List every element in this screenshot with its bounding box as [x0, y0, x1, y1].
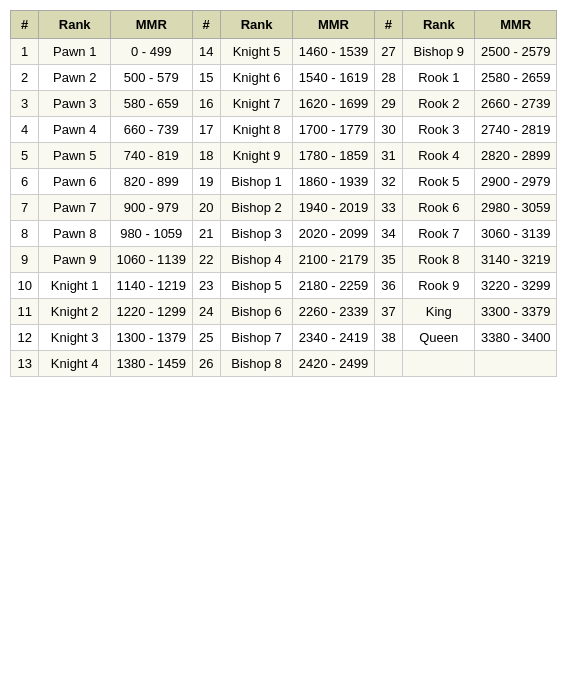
table-cell: 33 — [374, 195, 402, 221]
table-cell: Pawn 3 — [39, 91, 111, 117]
table-cell: 1220 - 1299 — [111, 299, 193, 325]
table-cell: 3380 - 3400 — [475, 325, 557, 351]
table-cell: 1300 - 1379 — [111, 325, 193, 351]
table-cell: Rook 4 — [403, 143, 475, 169]
table-cell: Pawn 8 — [39, 221, 111, 247]
table-cell: 1940 - 2019 — [293, 195, 375, 221]
table-cell: Bishop 3 — [220, 221, 292, 247]
table-row: 3Pawn 3580 - 65916Knight 71620 - 169929R… — [11, 91, 557, 117]
table-cell — [403, 351, 475, 377]
table-cell — [475, 351, 557, 377]
table-cell: Pawn 4 — [39, 117, 111, 143]
table-cell: 12 — [11, 325, 39, 351]
table-cell: Bishop 4 — [220, 247, 292, 273]
table-cell: 14 — [192, 39, 220, 65]
table-cell: 2 — [11, 65, 39, 91]
table-row: 7Pawn 7900 - 97920Bishop 21940 - 201933R… — [11, 195, 557, 221]
table-cell: 25 — [192, 325, 220, 351]
table-row: 1Pawn 10 - 49914Knight 51460 - 153927Bis… — [11, 39, 557, 65]
table-cell: 27 — [374, 39, 402, 65]
table-cell: 2420 - 2499 — [293, 351, 375, 377]
table-cell: 19 — [192, 169, 220, 195]
table-row: 9Pawn 91060 - 113922Bishop 42100 - 21793… — [11, 247, 557, 273]
table-cell: 0 - 499 — [111, 39, 193, 65]
table-cell: Knight 8 — [220, 117, 292, 143]
table-cell: 2340 - 2419 — [293, 325, 375, 351]
table-cell: 37 — [374, 299, 402, 325]
table-cell: Pawn 9 — [39, 247, 111, 273]
table-cell: 8 — [11, 221, 39, 247]
table-cell: 17 — [192, 117, 220, 143]
table-cell: 1540 - 1619 — [293, 65, 375, 91]
table-cell: 3300 - 3379 — [475, 299, 557, 325]
table-cell: 6 — [11, 169, 39, 195]
table-cell: 29 — [374, 91, 402, 117]
table-cell: 21 — [192, 221, 220, 247]
table-cell: 4 — [11, 117, 39, 143]
table-cell: Pawn 2 — [39, 65, 111, 91]
table-cell: 22 — [192, 247, 220, 273]
table-cell: Bishop 1 — [220, 169, 292, 195]
col-header-1: Rank — [39, 11, 111, 39]
table-cell: Rook 9 — [403, 273, 475, 299]
table-row: 5Pawn 5740 - 81918Knight 91780 - 185931R… — [11, 143, 557, 169]
table-row: 10Knight 11140 - 121923Bishop 52180 - 22… — [11, 273, 557, 299]
table-cell: 5 — [11, 143, 39, 169]
table-row: 6Pawn 6820 - 89919Bishop 11860 - 193932R… — [11, 169, 557, 195]
table-cell: Rook 1 — [403, 65, 475, 91]
table-cell: 3140 - 3219 — [475, 247, 557, 273]
table-row: 13Knight 41380 - 145926Bishop 82420 - 24… — [11, 351, 557, 377]
table-cell: Bishop 8 — [220, 351, 292, 377]
table-cell: Knight 7 — [220, 91, 292, 117]
table-cell: Pawn 7 — [39, 195, 111, 221]
col-header-6: # — [374, 11, 402, 39]
table-cell: 1060 - 1139 — [111, 247, 193, 273]
table-cell: 2180 - 2259 — [293, 273, 375, 299]
table-cell: 2500 - 2579 — [475, 39, 557, 65]
table-cell: 500 - 579 — [111, 65, 193, 91]
table-cell: Knight 4 — [39, 351, 111, 377]
table-cell: 1 — [11, 39, 39, 65]
table-cell: 1140 - 1219 — [111, 273, 193, 299]
col-header-0: # — [11, 11, 39, 39]
table-cell: 13 — [11, 351, 39, 377]
col-header-2: MMR — [111, 11, 193, 39]
table-row: 2Pawn 2500 - 57915Knight 61540 - 161928R… — [11, 65, 557, 91]
table-cell: 3060 - 3139 — [475, 221, 557, 247]
table-cell: 980 - 1059 — [111, 221, 193, 247]
table-cell: 35 — [374, 247, 402, 273]
table-cell: Bishop 2 — [220, 195, 292, 221]
table-cell: 2820 - 2899 — [475, 143, 557, 169]
table-cell: Knight 5 — [220, 39, 292, 65]
table-cell: 38 — [374, 325, 402, 351]
table-cell: 660 - 739 — [111, 117, 193, 143]
table-cell: Rook 5 — [403, 169, 475, 195]
rank-mmr-table: #RankMMR#RankMMR#RankMMR 1Pawn 10 - 4991… — [10, 10, 557, 377]
table-cell: Knight 6 — [220, 65, 292, 91]
table-cell: 900 - 979 — [111, 195, 193, 221]
table-cell: 11 — [11, 299, 39, 325]
table-cell: Pawn 5 — [39, 143, 111, 169]
table-cell: 30 — [374, 117, 402, 143]
table-cell: 2580 - 2659 — [475, 65, 557, 91]
table-cell: 2100 - 2179 — [293, 247, 375, 273]
table-cell: Knight 2 — [39, 299, 111, 325]
table-cell: 2020 - 2099 — [293, 221, 375, 247]
table-cell: 2740 - 2819 — [475, 117, 557, 143]
table-row: 11Knight 21220 - 129924Bishop 62260 - 23… — [11, 299, 557, 325]
table-cell: King — [403, 299, 475, 325]
table-cell: 10 — [11, 273, 39, 299]
table-cell: 1780 - 1859 — [293, 143, 375, 169]
table-cell: 16 — [192, 91, 220, 117]
table-cell: 26 — [192, 351, 220, 377]
table-cell: 1460 - 1539 — [293, 39, 375, 65]
table-cell: 1380 - 1459 — [111, 351, 193, 377]
table-cell: 3 — [11, 91, 39, 117]
table-cell: Pawn 6 — [39, 169, 111, 195]
col-header-7: Rank — [403, 11, 475, 39]
table-cell: Queen — [403, 325, 475, 351]
col-header-3: # — [192, 11, 220, 39]
table-row: 4Pawn 4660 - 73917Knight 81700 - 177930R… — [11, 117, 557, 143]
table-cell: 36 — [374, 273, 402, 299]
col-header-8: MMR — [475, 11, 557, 39]
